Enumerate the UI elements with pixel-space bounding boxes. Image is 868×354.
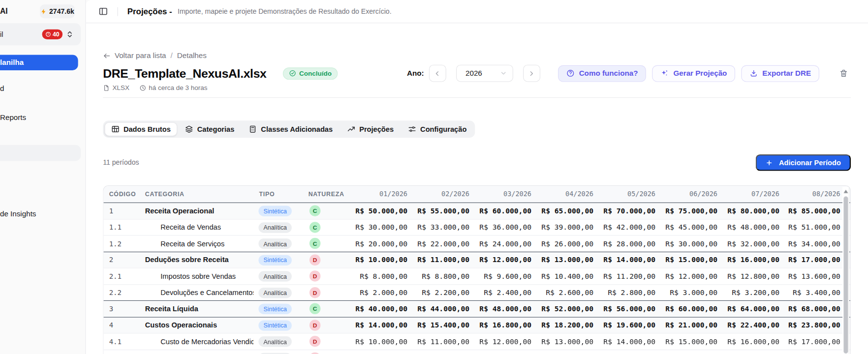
file-title: DRE_Template_NexusAI.xlsx [103,66,266,80]
row-value: R$ 8.000,00 [350,272,412,280]
row-value: R$ 15.000,00 [660,256,722,264]
type-badge: Sintética [258,320,292,330]
sidebar-item-label: Planilha [0,58,24,66]
breadcrumb-separator: / [171,52,173,60]
table-row[interactable]: 4Custos OperacionaisSintéticaDR$ 14.000,… [103,317,850,333]
row-nature: D [303,270,350,282]
nature-badge: D [310,336,321,347]
row-value: R$ 9.600,00 [474,272,536,280]
table-row[interactable]: 2.2Devoluções e CancelamentosAnalíticaDR… [103,284,850,300]
sidebar-item-reports[interactable]: Reports [0,114,26,122]
tab-classes-adicionadas[interactable]: Classes Adicionadas [242,122,340,136]
calculator-icon [249,125,257,133]
lightning-icon [40,8,47,15]
export-dre-button[interactable]: Exportar DRE [742,65,819,82]
row-value: R$ 23.800,00 [784,321,850,329]
app-root: AI 2747.6k il 40 Planilha d Reports de I… [0,0,868,354]
divider [103,97,851,98]
row-category: Deduções sobre Receita [140,256,254,264]
month-column-header: 05/2026 [598,190,660,198]
sidebar-item-fragment-d[interactable]: d [0,84,4,92]
sidebar-item-insights[interactable]: de Insights [0,209,36,218]
add-period-button[interactable]: Adicionar Período [756,154,851,171]
column-header-tipo: TIPO [253,191,303,198]
table-row[interactable]: 4.2Custo de Serviços PrestadosAnalíticaD… [103,349,850,354]
row-value: R$ 44.000,00 [412,305,474,313]
generate-projection-button[interactable]: Gerar Projeção [652,65,736,82]
nature-badge: C [310,222,321,233]
nature-badge: D [310,320,321,331]
table-body: 1Receita OperacionalSintéticaCR$ 50.000,… [103,203,850,354]
tab-categorias[interactable]: Categorias [179,122,241,136]
periods-count: 11 períodos [103,159,139,167]
column-header-natureza: NATUREZA [303,191,350,198]
tab-projecoes[interactable]: Projeções [341,122,401,136]
logo-text-fragment: AI [0,7,8,16]
row-value: R$ 18.200,00 [536,321,598,329]
scrollbar-thumb[interactable] [844,196,848,354]
row-code: 3 [103,305,139,313]
sidebar-item-planilha[interactable]: Planilha [0,55,78,70]
row-value: R$ 30.000,00 [660,239,722,248]
sliders-icon [408,125,416,133]
row-value: R$ 16.800,00 [474,321,536,329]
row-value: R$ 20.000,00 [350,239,412,248]
row-value: R$ 12.000,00 [474,256,536,264]
row-nature: D [303,352,350,354]
row-value: R$ 80.000,00 [722,206,784,215]
row-value: R$ 14.000,00 [598,337,660,346]
row-value: R$ 33.000,00 [412,223,474,232]
credits-value: 2747.6k [49,7,74,15]
row-type: Analítica [253,222,303,233]
table-row[interactable]: 2.1Impostos sobre VendasAnalíticaDR$ 8.0… [103,268,850,284]
delete-button[interactable] [839,69,848,78]
row-value: R$ 11.200,00 [598,272,660,280]
row-value: R$ 75.000,00 [660,206,722,215]
table-row[interactable]: 1.2Receita de ServiçosAnalíticaCR$ 20.00… [103,235,850,251]
period-row: 11 períodos Adicionar Período [103,154,851,171]
back-to-list-link[interactable]: Voltar para lista [103,52,166,60]
row-value: R$ 17.000,00 [784,256,850,264]
sidebar-toggle-button[interactable] [98,7,108,16]
check-circle-icon [289,70,297,77]
row-category: Receita de Vendas [140,223,254,232]
row-nature: D [303,254,350,266]
row-nature: D [303,320,350,331]
chevron-down-icon [500,70,507,77]
row-value: R$ 12.000,00 [474,337,536,346]
table-row[interactable]: 2Deduções sobre ReceitaSintéticaDR$ 10.0… [103,251,850,267]
row-value: R$ 85.000,00 [784,206,850,215]
how-it-works-button[interactable]: Como funciona? [558,65,646,82]
table-row[interactable]: 3Receita LíquidaSintéticaCR$ 40.000,00R$… [103,300,850,317]
tab-configuracao[interactable]: Configuração [402,122,473,136]
row-value: R$ 60.000,00 [660,305,722,313]
row-value: R$ 64.000,00 [722,305,784,313]
alert-count-badge: 40 [42,30,63,39]
tab-dados-brutos[interactable]: Dados Brutos [105,122,178,136]
row-value: R$ 65.000,00 [536,206,598,215]
scrollbar-up-arrow-icon[interactable] [844,190,848,193]
table-row[interactable]: 1Receita OperacionalSintéticaCR$ 50.000,… [103,203,850,219]
credits-badge[interactable]: 2747.6k [40,4,75,18]
row-value: R$ 3.400,00 [784,288,850,296]
previous-year-button[interactable] [429,65,446,82]
row-value: R$ 55.000,00 [412,206,474,215]
row-value: R$ 15.000,00 [660,337,722,346]
row-value: R$ 8.800,00 [412,272,474,280]
table-scrollbar[interactable] [842,187,849,354]
table-row[interactable]: 4.1Custo de Mercadorias VendidasAnalític… [103,333,850,349]
row-category: Custos Operacionais [140,321,254,329]
month-column-header: 01/2026 [350,190,412,198]
row-value: R$ 2.200,00 [412,288,474,296]
header-controls: Ano: 2026 Como funciona? [407,65,848,82]
next-year-button[interactable] [523,65,540,82]
year-select[interactable]: 2026 [456,65,513,82]
main-area: Projeções - Importe, mapeie e projete De… [86,0,868,354]
row-value: R$ 36.000,00 [474,223,536,232]
table-row[interactable]: 1.1Receita de VendasAnalíticaCR$ 30.000,… [103,219,850,235]
row-code: 2.2 [103,288,139,296]
row-value: R$ 68.000,00 [784,305,850,313]
sidebar-item-highlighted[interactable] [0,145,81,161]
type-badge: Analítica [258,271,292,281]
workspace-selector[interactable]: il 40 [0,23,81,45]
